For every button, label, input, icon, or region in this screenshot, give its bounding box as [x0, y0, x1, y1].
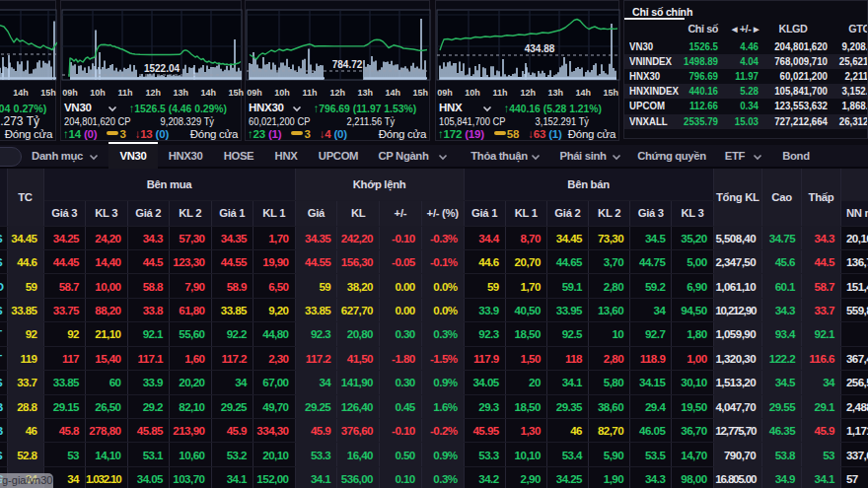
svg-text:784.72: 784.72 [332, 59, 363, 70]
svg-text:1522.04: 1522.04 [144, 63, 181, 74]
svg-text:434.88: 434.88 [525, 43, 555, 54]
